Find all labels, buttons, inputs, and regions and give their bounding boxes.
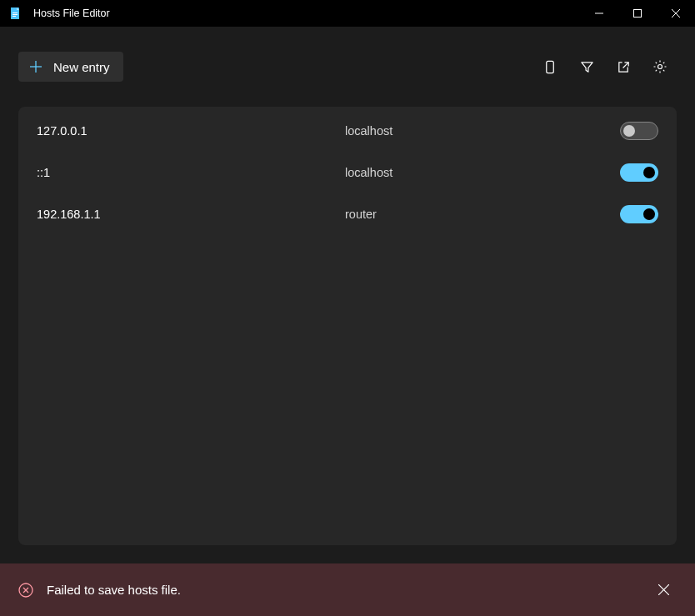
new-entry-label: New entry: [53, 60, 110, 74]
toggle-knob: [643, 167, 655, 178]
error-banner: Failed to save hosts file.: [0, 563, 695, 616]
close-button[interactable]: [657, 0, 695, 27]
entry-hostname: router: [345, 208, 620, 221]
entry-ip: 127.0.0.1: [37, 124, 345, 138]
entry-toggle[interactable]: [620, 163, 658, 182]
window-title: Hosts File Editor: [33, 8, 580, 19]
svg-point-11: [658, 65, 662, 69]
toggle-knob: [643, 208, 655, 220]
entry-row[interactable]: 192.168.1.1 router: [18, 193, 677, 235]
error-message: Failed to save hosts file.: [47, 583, 650, 597]
entry-ip: ::1: [37, 166, 345, 179]
plus-icon: [28, 59, 43, 74]
filter-button[interactable]: [570, 52, 603, 82]
entry-row[interactable]: 127.0.0.1 localhost: [18, 110, 677, 152]
svg-rect-10: [546, 61, 553, 73]
entry-toggle[interactable]: [620, 205, 658, 223]
svg-rect-3: [12, 16, 16, 17]
entry-hostname: localhost: [345, 166, 620, 179]
toggle-knob: [623, 125, 635, 137]
error-close-button[interactable]: [650, 577, 677, 603]
open-file-button[interactable]: [607, 52, 640, 82]
additional-lines-button[interactable]: [533, 52, 567, 82]
window-controls: [580, 0, 695, 27]
entry-toggle[interactable]: [620, 122, 658, 140]
entry-hostname: localhost: [345, 124, 620, 138]
maximize-button[interactable]: [618, 0, 657, 27]
entries-panel: 127.0.0.1 localhost ::1 localhost 192.16…: [18, 107, 677, 545]
error-icon: [18, 583, 33, 598]
svg-rect-1: [12, 13, 18, 13]
titlebar: Hosts File Editor: [0, 0, 695, 27]
svg-rect-2: [12, 14, 18, 15]
settings-button[interactable]: [643, 52, 677, 82]
new-entry-button[interactable]: New entry: [18, 52, 123, 82]
entry-row[interactable]: ::1 localhost: [18, 152, 677, 193]
minimize-button[interactable]: [580, 0, 618, 27]
app-icon: [8, 7, 22, 20]
entry-ip: 192.168.1.1: [37, 208, 345, 221]
toolbar: New entry: [0, 27, 695, 107]
svg-rect-5: [634, 10, 642, 18]
content-area: New entry 127.0.0.1 localhost ::1 localh…: [0, 27, 695, 563]
